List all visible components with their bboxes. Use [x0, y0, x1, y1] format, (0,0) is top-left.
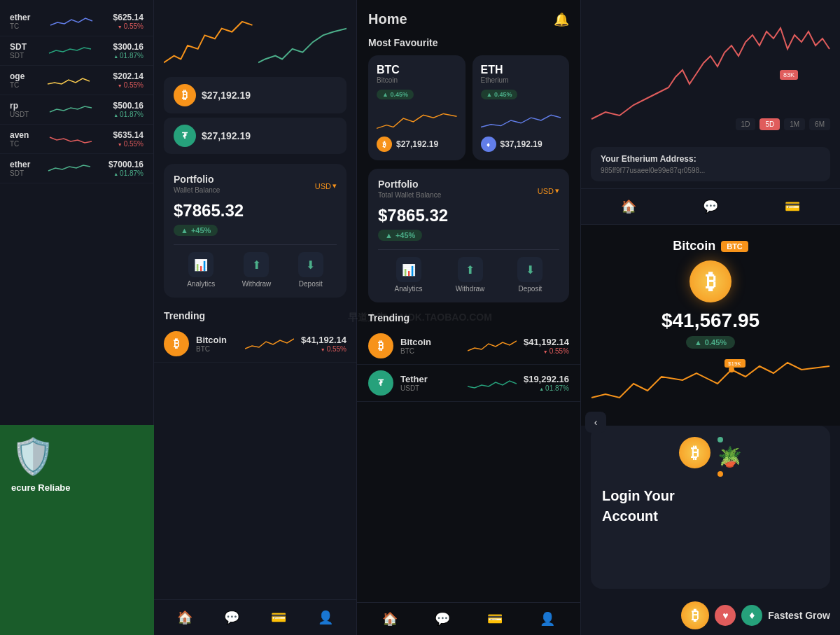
crypto-symbol: USDT	[10, 111, 29, 118]
fastest-heart-icon: ♥	[715, 605, 736, 626]
eth-address-title: Your Etherium Address:	[601, 154, 820, 164]
crypto-price: $500.16	[113, 101, 144, 111]
crypto-list-item[interactable]: SDT SDT $300.16 01.87%	[0, 36, 153, 66]
trending2-tether-change: 01.87%	[524, 384, 569, 392]
crypto-symbol: TC	[10, 22, 30, 30]
chat-nav-icon2[interactable]: 💬	[224, 610, 239, 625]
col2-chart-section	[154, 0, 356, 77]
time-5d-button[interactable]: 5D	[760, 118, 780, 130]
crypto-symbol: TC	[10, 81, 24, 89]
home-title: Home	[368, 11, 407, 27]
portfolio-actions: 📊 Analytics ⬆ Withdraw ⬇ Deposit	[174, 244, 337, 288]
crypto-list-item[interactable]: oge TC $202.14 0.55%	[0, 66, 153, 95]
portfolio-change-badge: ▲ +45%	[174, 225, 218, 236]
crypto-list-item[interactable]: ether SDT $7000.16 01.87%	[0, 154, 153, 183]
btc-icon: ₿	[174, 84, 196, 106]
home-nav-icon[interactable]: 🏠	[177, 610, 192, 625]
trending-item-btc[interactable]: ₿ Bitcoin BTC $41,192.14 0.55%	[154, 326, 356, 363]
crypto-change: 0.55%	[113, 81, 144, 89]
withdraw-label: Withdraw	[242, 280, 272, 288]
crypto-mini-chart	[50, 14, 92, 29]
crypto-mini-chart	[48, 73, 90, 88]
btc-price-card: ₿ $27,192.19	[164, 77, 346, 113]
portfolio2-header: Portfolio Total Wallet Balance USD ▾	[378, 179, 559, 203]
trending-title: Trending	[154, 303, 356, 326]
trending-btc-icon: ₿	[164, 331, 189, 356]
trending-btc-price: $41,192.14	[301, 335, 346, 345]
time-1d-button[interactable]: 1D	[736, 118, 756, 130]
withdraw-button2[interactable]: ⬆ Withdraw	[456, 257, 485, 293]
portfolio-title-block: Portfolio Wallet Balance	[174, 174, 220, 198]
crypto-list-item[interactable]: aven TC $635.14 0.55%	[0, 125, 153, 154]
price-badge-83k: 83K	[780, 70, 798, 80]
currency-selector[interactable]: USD ▾	[315, 181, 337, 190]
portfolio-title: Portfolio	[174, 174, 220, 185]
portfolio2-subtitle: Total Wallet Balance	[378, 191, 441, 199]
eth-fav-card[interactable]: ETH Etherium ▲ 0.45% ♦ $37,192.19	[472, 55, 570, 160]
portfolio2-actions: 📊 Analytics ⬆ Withdraw ⬇ Deposit	[378, 249, 559, 293]
analytics-button[interactable]: 📊 Analytics	[187, 252, 215, 288]
trending-btc-change: 0.55%	[301, 345, 346, 353]
home-header: Home 🔔	[357, 0, 580, 33]
crypto-list-item[interactable]: rp USDT $500.16 01.87%	[0, 95, 153, 125]
time-6m-button[interactable]: 6M	[809, 118, 830, 130]
crypto-symbol: TC	[10, 140, 29, 148]
home-nav3[interactable]: 🏠	[382, 611, 398, 627]
login-section: ‹ ₿ 🪴 Login Your Account	[591, 426, 830, 589]
notification-bell-icon[interactable]: 🔔	[554, 12, 569, 27]
btc-big-icon: ₿	[690, 260, 732, 302]
svg-text:$19K: $19K	[728, 361, 741, 367]
analytics-icon: 📊	[188, 252, 214, 277]
col4-bottom-nav: 🏠 💬 💳	[581, 188, 840, 224]
login-btc-icon: ₿	[679, 437, 710, 468]
trending-item-btc2[interactable]: ₿ Bitcoin BTC $41,192.14 0.55%	[357, 328, 580, 365]
portfolio2-change-badge: ▲ +45%	[378, 230, 422, 241]
deposit-label: Deposit	[299, 280, 323, 288]
deposit-button[interactable]: ⬇ Deposit	[298, 252, 323, 288]
portfolio-card2: Portfolio Total Wallet Balance USD ▾ $78…	[368, 169, 569, 302]
profile-nav3[interactable]: 👤	[540, 611, 555, 627]
chat-nav3[interactable]: 💬	[435, 611, 450, 627]
col3-bottom-nav: 🏠 💬 💳 👤	[357, 602, 580, 635]
analytics-icon2: 📊	[396, 257, 421, 282]
crypto-list-item[interactable]: ether TC $625.14 0.55%	[0, 7, 153, 36]
home-nav4[interactable]: 🏠	[621, 199, 636, 214]
analytics-button2[interactable]: 📊 Analytics	[395, 257, 423, 293]
crypto-name-block: SDT SDT	[10, 42, 27, 60]
crypto-price: $7000.16	[108, 160, 144, 169]
btc-big-price: $41,567.95	[662, 309, 760, 332]
trending-item-tether[interactable]: ₮ Tether USDT $19,292.16 01.87%	[357, 365, 580, 402]
btc-title-row: Bitcoin BTC	[673, 239, 748, 253]
btc-fav-card[interactable]: BTC Bitcoin ▲ 0.45% ₿ $27,192.19	[368, 55, 465, 160]
back-button[interactable]: ‹	[585, 412, 606, 433]
crypto-mini-chart	[49, 43, 91, 59]
withdraw-button[interactable]: ⬆ Withdraw	[242, 252, 272, 288]
trending2-btc-info: Bitcoin BTC	[400, 337, 461, 355]
crypto-name: oge	[10, 71, 24, 81]
deposit-button2[interactable]: ⬇ Deposit	[517, 257, 542, 293]
crypto-symbol: SDT	[10, 169, 30, 177]
eth-fav-badge: ▲ 0.45%	[481, 90, 518, 99]
wallet-nav4[interactable]: 💳	[785, 199, 800, 214]
portfolio2-value: $7865.32	[378, 206, 559, 225]
chat-nav4[interactable]: 💬	[703, 199, 718, 214]
tether-price-value: $27,192.19	[202, 130, 251, 141]
eth-fav-price-row: ♦ $37,192.19	[481, 137, 561, 152]
wallet-nav-icon2[interactable]: 💳	[271, 610, 286, 625]
btc-fav-icon: ₿	[377, 137, 392, 152]
time-buttons-group: 1D 5D 1M 6M	[736, 118, 830, 130]
portfolio2-title-block: Portfolio Total Wallet Balance	[378, 179, 441, 203]
trending2-btc-chart	[468, 338, 517, 354]
currency-selector2[interactable]: USD ▾	[538, 186, 559, 195]
wallet-nav3[interactable]: 💳	[487, 611, 503, 627]
secure-label: ecure Reliabe	[11, 482, 143, 493]
crypto-name-block: rp USDT	[10, 101, 29, 118]
profile-nav-icon2[interactable]: 👤	[318, 610, 333, 625]
most-favourite-label: Most Favourite	[357, 33, 580, 53]
login-decoration: 🪴	[718, 437, 742, 477]
eth-fav-chart	[481, 108, 561, 132]
crypto-name: SDT	[10, 42, 27, 52]
trending-label2: Trending	[357, 308, 580, 328]
crypto-mini-chart	[48, 161, 90, 176]
time-1m-button[interactable]: 1M	[784, 118, 805, 130]
